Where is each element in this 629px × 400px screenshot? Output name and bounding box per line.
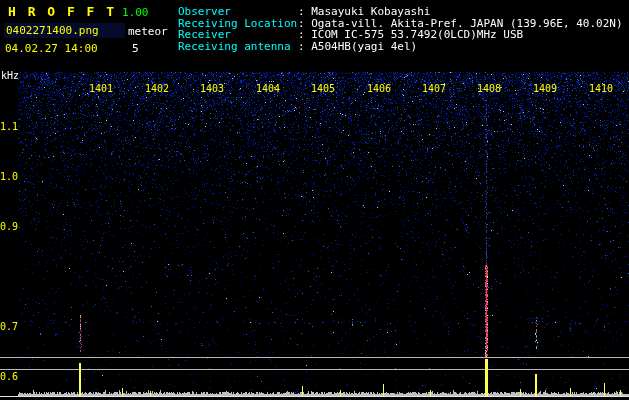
- x-tick-label: 1410: [586, 83, 616, 94]
- x-tick-label: 1406: [364, 83, 394, 94]
- y-tick-label: 0.6: [0, 371, 16, 382]
- x-tick-label: 1408: [474, 83, 504, 94]
- app-version: 1.00: [122, 6, 149, 19]
- x-tick-label: 1404: [253, 83, 283, 94]
- hrofft-window: H R O F F T 1.00 0402271400.png meteor 0…: [0, 0, 629, 400]
- info-label: Receiver: [178, 29, 298, 41]
- spectrogram-canvas: [0, 0, 629, 400]
- info-row-observer: Observer : Masayuki Kobayashi: [178, 6, 623, 18]
- y-tick-label: 1.0: [0, 171, 16, 182]
- x-tick-label: 1402: [142, 83, 172, 94]
- echo-count: 5: [132, 42, 139, 55]
- x-tick-label: 1405: [308, 83, 338, 94]
- y-tick-label: 1.1: [0, 121, 16, 132]
- x-tick-label: 1409: [530, 83, 560, 94]
- khz-unit-label: kHz: [1, 70, 19, 81]
- app-title: H R O F F T: [8, 4, 116, 19]
- info-row-antenna: Receiving antenna : A504HB(yagi 4el): [178, 41, 623, 53]
- info-row-receiver: Receiver : ICOM IC-575 53.7492(0LCD)MHz …: [178, 29, 623, 41]
- info-label: Receiving antenna: [178, 41, 298, 53]
- x-tick-label: 1401: [86, 83, 116, 94]
- info-value: : ICOM IC-575 53.7492(0LCD)MHz USB: [298, 29, 523, 41]
- y-tick-label: 0.9: [0, 221, 16, 232]
- info-value: : Masayuki Kobayashi: [298, 6, 430, 18]
- datetime-label: 04.02.27 14:00: [5, 42, 98, 55]
- station-info: Observer : Masayuki Kobayashi Receiving …: [178, 6, 623, 52]
- x-tick-label: 1403: [197, 83, 227, 94]
- info-value: : A504HB(yagi 4el): [298, 41, 417, 53]
- x-tick-label: 1407: [419, 83, 449, 94]
- info-label: Observer: [178, 6, 298, 18]
- y-tick-label: 0.7: [0, 321, 16, 332]
- mode-label: meteor: [128, 25, 168, 38]
- output-filename: 0402271400.png: [4, 23, 125, 38]
